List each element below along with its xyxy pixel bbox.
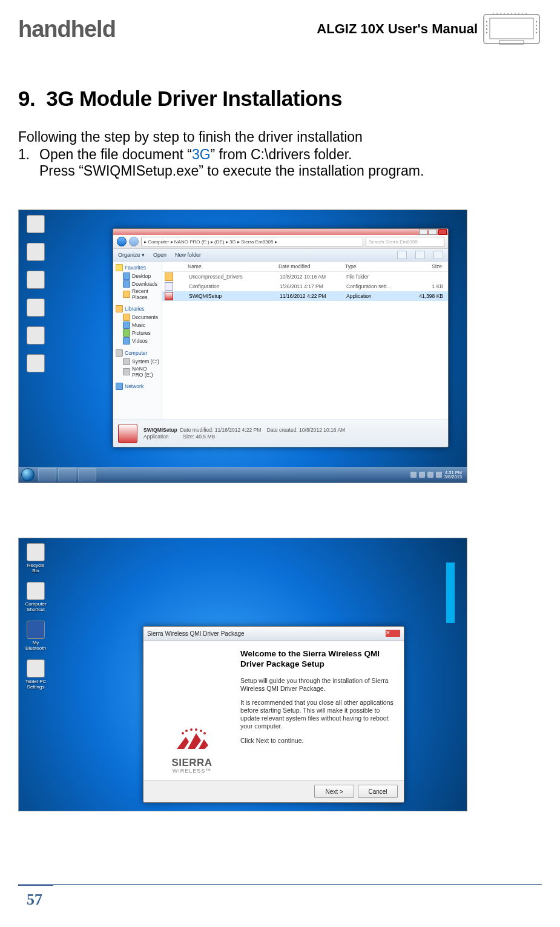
taskbar-item[interactable] (38, 468, 56, 481)
settings-icon (27, 659, 45, 678)
view-mode-button[interactable] (397, 251, 407, 259)
nav-network-head[interactable]: Network (116, 383, 159, 390)
step-body: Open the file document “3G” from C:\driv… (39, 147, 542, 179)
help-button[interactable] (433, 251, 443, 259)
desktop-icon[interactable] (24, 299, 48, 318)
preview-pane-button[interactable] (415, 251, 425, 259)
nav-item-recent[interactable]: Recent Places (116, 288, 159, 300)
desktop-icon[interactable] (24, 215, 48, 234)
desktop-icon-bluetooth[interactable]: My Bluetooth (24, 621, 48, 651)
minimize-button[interactable] (419, 229, 427, 235)
file-row[interactable]: Uncompressed_Drivers 10/8/2012 10:16 AM … (162, 272, 448, 282)
taskbar-item[interactable] (78, 468, 96, 481)
new-folder-button[interactable]: New folder (175, 252, 201, 258)
desktop-icon-recycle-bin[interactable]: Recycle Bin (24, 543, 48, 573)
file-date: 11/16/2012 4:22 PM (280, 293, 346, 299)
taskbar-item[interactable] (58, 468, 76, 481)
config-icon (165, 282, 173, 291)
col-size[interactable]: Size (406, 263, 447, 269)
nav-label: System (C:) (132, 358, 159, 365)
pictures-icon (123, 329, 130, 337)
breadcrumb-text: ▸ Computer ▸ NANO PRO (E:) ▸ (DE) ▸ 3G ▸… (144, 239, 277, 245)
computer-icon (116, 349, 123, 357)
tray-clock[interactable]: 4:31 PM 3/8/2013 (444, 470, 462, 480)
screenshot-installer: Recycle Bin Computer Shortcut My Bluetoo… (18, 538, 467, 811)
nav-item-downloads[interactable]: Downloads (116, 280, 159, 288)
svg-point-23 (190, 728, 193, 731)
organize-menu[interactable]: Organize ▾ (118, 252, 145, 258)
details-pane: SWIQMISetup Date modified: 11/16/2012 4:… (113, 420, 448, 447)
desktop-icon[interactable] (24, 271, 48, 290)
svg-point-24 (195, 728, 197, 731)
nav-item-nano-pro[interactable]: NANO PRO (E:) (116, 366, 159, 378)
step1-line-b: Press “SWIQMISetup.exe” to execute the i… (39, 163, 424, 179)
installer-footer: Next > Cancel (143, 780, 404, 802)
icon-label: My Bluetooth (24, 640, 48, 651)
brand-logo: handheld (18, 16, 116, 42)
downloads-icon (123, 280, 130, 288)
close-button[interactable] (438, 229, 447, 235)
breadcrumb-bar[interactable]: ▸ Computer ▸ NANO PRO (E:) ▸ (DE) ▸ 3G ▸… (141, 237, 363, 246)
open-button[interactable]: Open (153, 252, 166, 258)
nav-item-music[interactable]: Music (116, 322, 159, 329)
forward-button[interactable] (129, 237, 139, 246)
screenshot-explorer: ▸ Computer ▸ NANO PRO (E:) ▸ (DE) ▸ 3G ▸… (18, 209, 467, 483)
details-created-label: Date created: (267, 427, 298, 433)
svg-point-26 (203, 732, 206, 734)
nav-item-documents[interactable]: Documents (116, 314, 159, 321)
device-illustration-icon (481, 11, 542, 47)
col-type[interactable]: Type (345, 263, 406, 269)
start-button[interactable] (21, 468, 35, 481)
footer-rule (18, 884, 542, 886)
star-icon (116, 264, 123, 271)
file-row[interactable]: Configuration 1/26/2011 4:17 PM Configur… (162, 282, 448, 291)
documents-icon (123, 314, 130, 321)
nav-libraries-head[interactable]: Libraries (116, 305, 159, 312)
tray-icon[interactable] (410, 472, 417, 478)
installer-window: Sierra Wireless QMI Driver Package ✕ (143, 626, 404, 803)
installer-p2: It is recommended that you close all oth… (240, 699, 394, 731)
nav-label: Computer (125, 350, 147, 356)
nav-item-desktop[interactable]: Desktop (116, 272, 159, 280)
details-created: 10/8/2012 10:16 AM (299, 427, 345, 433)
installer-titlebar[interactable]: Sierra Wireless QMI Driver Package ✕ (143, 627, 404, 641)
generic-icon (27, 354, 45, 372)
svg-rect-1 (490, 18, 533, 39)
close-button[interactable]: ✕ (386, 630, 400, 637)
desktop-icon[interactable] (24, 326, 48, 346)
file-row-selected[interactable]: SWIQMISetup 11/16/2012 4:22 PM Applicati… (162, 291, 448, 301)
explorer-window: ▸ Computer ▸ NANO PRO (E:) ▸ (DE) ▸ 3G ▸… (113, 228, 449, 447)
details-text: SWIQMISetup Date modified: 11/16/2012 4:… (143, 427, 345, 440)
cancel-button[interactable]: Cancel (358, 785, 398, 798)
nav-item-videos[interactable]: Videos (116, 337, 159, 345)
nav-favorites-head[interactable]: Favorites (116, 264, 159, 271)
maximize-button[interactable] (429, 229, 437, 235)
file-name: SWIQMISetup (176, 293, 280, 299)
desktop-icon-tablet-settings[interactable]: Tablet PC Settings (24, 659, 48, 690)
system-tray[interactable]: 4:31 PM 3/8/2013 (410, 470, 464, 480)
tray-icon[interactable] (419, 472, 425, 478)
generic-icon (27, 299, 45, 317)
nav-item-pictures[interactable]: Pictures (116, 329, 159, 337)
tray-icon[interactable] (436, 472, 442, 478)
search-input[interactable]: Search Sierra Em8305 (366, 237, 444, 246)
tray-icon[interactable] (427, 472, 433, 478)
back-button[interactable] (117, 237, 127, 246)
col-name[interactable]: Name (174, 263, 278, 269)
next-button[interactable]: Next > (314, 785, 354, 798)
installer-p1: Setup will guide you through the install… (240, 677, 394, 693)
desktop-icon[interactable] (24, 354, 48, 374)
nav-item-system-c[interactable]: System (C:) (116, 358, 159, 365)
details-size: 40.5 MB (196, 434, 216, 440)
nav-label: Desktop (132, 273, 151, 279)
desktop-icon-computer[interactable]: Computer Shortcut (24, 582, 48, 612)
nav-computer-head[interactable]: Computer (116, 349, 159, 357)
desktop-icon[interactable] (24, 243, 48, 262)
page-number: 57 (18, 891, 542, 909)
nav-label: Videos (132, 338, 148, 344)
col-date[interactable]: Date modified (278, 263, 345, 269)
application-icon (165, 292, 173, 300)
file-size: 41,398 KB (407, 293, 448, 299)
step1-link: 3G (192, 147, 211, 162)
window-titlebar[interactable] (113, 229, 448, 235)
